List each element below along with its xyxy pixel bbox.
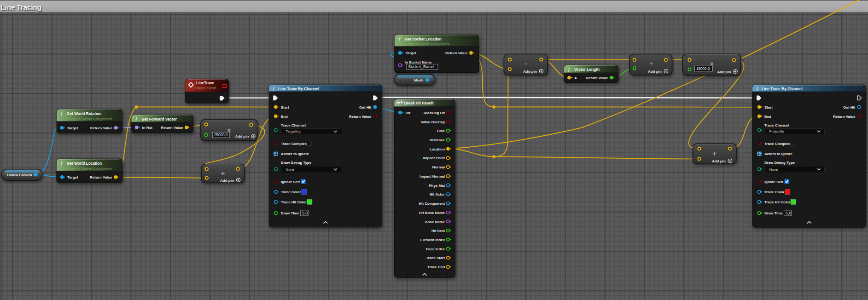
- svg-text:25000,0: 25000,0: [214, 133, 228, 137]
- svg-text:Targeting: Targeting: [286, 129, 301, 133]
- svg-text:Start: Start: [281, 105, 289, 110]
- svg-text:In Rot: In Rot: [142, 126, 153, 130]
- svg-text:Draw Debug Type: Draw Debug Type: [281, 161, 312, 165]
- svg-text:Mesh: Mesh: [414, 78, 423, 82]
- svg-text:+: +: [713, 150, 717, 157]
- svg-text:ƒ: ƒ: [60, 161, 63, 166]
- svg-text:Target: Target: [67, 175, 78, 179]
- svg-text:×: ×: [710, 60, 713, 68]
- svg-text:Add pin: Add pin: [712, 159, 726, 163]
- svg-text:Add pin: Add pin: [235, 134, 249, 138]
- svg-text:Blocking Hit: Blocking Hit: [424, 111, 445, 115]
- svg-text:A: A: [574, 76, 577, 80]
- svg-text:ƒ: ƒ: [273, 86, 275, 91]
- svg-text:15000,0: 15000,0: [696, 67, 710, 71]
- svg-text:Target: Target: [67, 126, 78, 130]
- svg-text:Return Value: Return Value: [586, 76, 608, 80]
- svg-text:Add pin: Add pin: [220, 179, 234, 183]
- svg-text:Trace Start: Trace Start: [426, 256, 445, 260]
- svg-text:Target is Scene Component: Target is Scene Component: [67, 167, 112, 171]
- svg-text:+: +: [221, 169, 225, 177]
- svg-text:Get Forward Vector: Get Forward Vector: [142, 117, 177, 121]
- svg-text:Trace End: Trace End: [427, 265, 445, 269]
- svg-text:5,0: 5,0: [786, 211, 791, 215]
- svg-text:Bone Name: Bone Name: [425, 220, 445, 224]
- svg-text:5,0: 5,0: [302, 211, 308, 215]
- svg-text:Vector Length: Vector Length: [574, 67, 600, 72]
- svg-text:Face Index: Face Index: [426, 247, 445, 251]
- svg-text:Add pin: Add pin: [648, 69, 662, 74]
- svg-text:÷: ÷: [650, 60, 653, 67]
- svg-text:Return Value: Return Value: [349, 115, 372, 119]
- svg-text:Initial Overlap: Initial Overlap: [421, 120, 445, 124]
- svg-text:Hit Bone Name: Hit Bone Name: [419, 211, 445, 215]
- svg-text:Line Tracing: Line Tracing: [1, 3, 41, 11]
- svg-text:Trace Channel: Trace Channel: [764, 123, 789, 127]
- svg-text:Draw Debug Type: Draw Debug Type: [764, 161, 795, 165]
- svg-text:Add pin: Add pin: [717, 70, 731, 74]
- svg-text:None: None: [769, 167, 778, 172]
- svg-text:Return Value: Return Value: [445, 51, 468, 55]
- svg-text:Out Hit: Out Hit: [843, 105, 856, 110]
- svg-text:Phys Mat: Phys Mat: [429, 184, 445, 188]
- svg-text:Ignore Self: Ignore Self: [281, 180, 300, 184]
- svg-text:Hit: Hit: [406, 111, 411, 115]
- svg-text:Line Trace By Channel: Line Trace By Channel: [278, 87, 319, 91]
- svg-text:Return Value: Return Value: [90, 175, 112, 179]
- svg-text:Get World Rotation: Get World Rotation: [67, 111, 101, 116]
- svg-text:Hit Item: Hit Item: [431, 229, 445, 233]
- svg-text:Actors to Ignore: Actors to Ignore: [764, 152, 793, 156]
- svg-text:Time: Time: [437, 129, 445, 133]
- svg-text:Draw Time: Draw Time: [764, 211, 783, 215]
- svg-text:Distance: Distance: [430, 138, 445, 142]
- svg-text:Draw Time: Draw Time: [281, 211, 299, 215]
- svg-text:Hit Component: Hit Component: [419, 202, 445, 206]
- svg-text:Add pin: Add pin: [523, 69, 537, 74]
- svg-text:ƒ: ƒ: [60, 111, 63, 116]
- svg-text:None: None: [286, 167, 295, 172]
- svg-text:ƒ: ƒ: [756, 86, 759, 91]
- svg-text:ƒ: ƒ: [568, 67, 571, 72]
- svg-text:Socket_Barrel: Socket_Barrel: [408, 64, 434, 69]
- svg-text:Custom Event: Custom Event: [193, 86, 216, 90]
- svg-text:Get World Location: Get World Location: [67, 161, 102, 166]
- svg-text:×: ×: [227, 127, 231, 134]
- svg-text:Ignore Self: Ignore Self: [764, 180, 783, 184]
- svg-text:Location: Location: [430, 147, 445, 151]
- svg-text:Break Hit Result: Break Hit Result: [404, 101, 434, 105]
- svg-text:Impact Point: Impact Point: [423, 156, 445, 160]
- svg-text:Normal: Normal: [432, 165, 445, 169]
- svg-text:Impact Normal: Impact Normal: [419, 174, 445, 179]
- svg-text:End: End: [764, 115, 771, 119]
- svg-text:Trace Complex: Trace Complex: [281, 142, 307, 146]
- svg-text:ƒ: ƒ: [398, 36, 401, 41]
- svg-text:Out Hit: Out Hit: [359, 105, 372, 110]
- svg-text:Trace Color: Trace Color: [764, 190, 784, 194]
- svg-text:Trace Color: Trace Color: [281, 190, 301, 194]
- svg-text:Projectile: Projectile: [769, 129, 784, 133]
- svg-text:Target is Scene Component: Target is Scene Component: [405, 42, 450, 46]
- svg-text:Start: Start: [764, 105, 773, 110]
- svg-text:Actors to Ignore: Actors to Ignore: [281, 152, 309, 156]
- svg-text:LineTrace: LineTrace: [196, 81, 214, 85]
- svg-text:Hit Actor: Hit Actor: [430, 192, 445, 196]
- svg-text:In Socket Name: In Socket Name: [405, 60, 432, 64]
- svg-text:Trace Hit Color: Trace Hit Color: [281, 200, 307, 204]
- svg-text:End: End: [281, 115, 288, 119]
- svg-text:Get Socket Location: Get Socket Location: [405, 37, 442, 41]
- svg-text:Return Value: Return Value: [161, 126, 183, 130]
- svg-text:Follow Camera: Follow Camera: [7, 173, 32, 177]
- svg-text:Return Value: Return Value: [90, 126, 113, 130]
- svg-text:Trace Hit Color: Trace Hit Color: [764, 200, 790, 204]
- svg-text:Trace Complex: Trace Complex: [764, 142, 791, 146]
- svg-text:Return Value: Return Value: [833, 115, 856, 119]
- svg-text:ƒ: ƒ: [135, 116, 138, 121]
- svg-text:Trace Channel: Trace Channel: [281, 123, 306, 127]
- svg-text:Element Index: Element Index: [420, 238, 445, 242]
- svg-text:Target: Target: [406, 51, 417, 55]
- svg-text:Line Trace By Channel: Line Trace By Channel: [762, 87, 803, 91]
- svg-text:-: -: [524, 59, 527, 67]
- svg-text:Target is Scene Component: Target is Scene Component: [67, 117, 112, 121]
